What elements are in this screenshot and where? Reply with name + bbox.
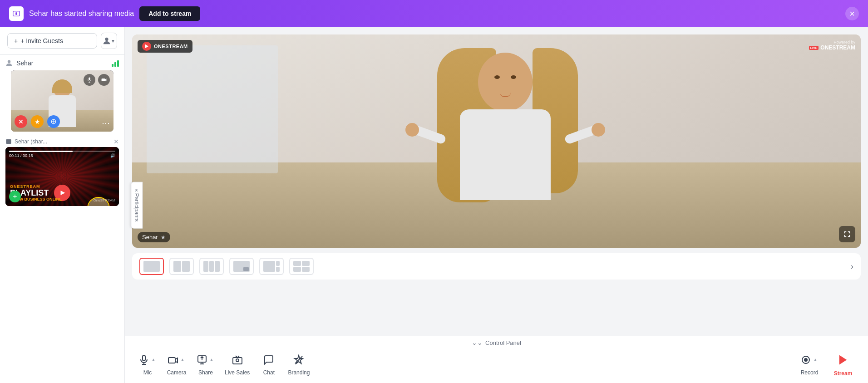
hand-right [592,123,605,137]
svg-rect-12 [143,355,145,361]
notification-message: Sehar has started sharing media [29,10,134,18]
layout-side-option[interactable] [259,258,284,275]
main-video-scene [132,34,861,248]
playlist-watermark: OneSTREAM [94,198,115,202]
hair [52,79,72,93]
main-layout: + + Invite Guests ▼ [0,27,868,383]
eyes [494,75,516,79]
cursor-area [5,206,119,215]
branding-label: Branding [288,369,310,376]
more-options-button[interactable]: ⋯ [102,118,110,128]
media-icon [5,138,12,145]
logo-text: ONESTREAM [154,44,188,49]
control-panel-header[interactable]: ⌄⌄ Control Panel [125,336,868,349]
toolbar-branding[interactable]: Branding [284,353,313,378]
mic-status-icon [84,74,95,86]
split-left [173,261,181,272]
control-panel-label: Control Panel [485,339,521,346]
side-col [276,261,280,272]
layout-next-button[interactable]: › [851,262,853,271]
chevrons-icon: « [134,189,140,192]
hand-left [405,123,419,137]
svg-rect-1 [15,12,17,15]
toolbar-record[interactable]: ▲ Record [794,353,825,378]
right-area: ONESTREAM Powered by LIVE ONESTREAM Seha… [125,27,868,383]
powered-brand: ONESTREAM [820,44,855,51]
participants-tab-label: Participants [134,193,140,222]
participant-video-card: ⋯ [11,70,113,132]
notification-close-button[interactable]: × [845,7,859,20]
playlist-timer: 00:11 / 00:15 [9,153,33,158]
bar-1 [112,64,113,67]
layout-button[interactable] [47,115,60,128]
add-to-stream-circle[interactable]: + [9,191,21,202]
remove-button[interactable] [15,115,27,128]
speaker-name: Sehar [142,234,158,241]
toolbar-stream[interactable]: Stream [827,352,859,378]
bar-3 [117,60,119,67]
svg-point-2 [105,38,108,41]
fullscreen-button[interactable] [839,226,855,242]
layout-single-option[interactable] [139,258,164,275]
svg-point-17 [236,359,239,362]
layout-three-option[interactable] [199,258,224,275]
camera-arrow[interactable]: ▲ [179,354,186,366]
toolbar-camera[interactable]: ▲ Camera [163,353,190,378]
layout-multi-option[interactable] [289,258,314,275]
svg-point-3 [8,60,10,63]
media-close-button[interactable]: ✕ [113,138,119,145]
invite-guests-button[interactable]: + + Invite Guests [7,33,97,49]
playlist-progress-bar [9,151,115,152]
media-item-header: Sehar (shar... ✕ [5,138,119,145]
chat-icon [263,354,274,368]
center-content: ONESTREAM Powered by LIVE ONESTREAM Seha… [125,27,868,336]
media-item: Sehar (shar... ✕ 00:11 / 00:15 🔊 [5,138,119,215]
svg-point-20 [804,358,807,361]
participant-section: Sehar [0,55,124,134]
layout-split-icon [173,261,190,272]
participant-name: Sehar [16,59,33,67]
side-main [263,261,275,272]
share-arrow[interactable]: ▲ [208,354,215,366]
record-icon [800,354,811,368]
toolbar-live-sales[interactable]: Live Sales [221,353,253,378]
sweater [460,109,551,200]
chat-label: Chat [263,369,275,376]
camera-label: Camera [167,369,187,376]
three-2 [209,261,214,272]
record-arrow[interactable]: ▲ [812,354,819,366]
svg-rect-4 [89,78,90,80]
stream-label: Stream [834,370,853,377]
window [147,45,278,173]
bar-2 [114,62,116,67]
cell-3 [293,267,301,272]
mic-icon [138,354,149,368]
mic-label: Mic [143,369,152,376]
layout-pip-option[interactable] [229,258,254,275]
notification-banner: Sehar has started sharing media Add to s… [0,0,868,27]
layout-split-option[interactable] [169,258,194,275]
toolbar-share[interactable]: ▲ Share [192,353,219,378]
video-action-overlay [15,115,60,128]
main-person [419,48,592,248]
speaker-star-button[interactable]: ★ [161,234,166,241]
notification-media-icon [9,6,24,21]
toolbar-mic[interactable]: ▲ Mic [134,353,161,378]
powered-logo: LIVE ONESTREAM [809,44,855,51]
camera-icon [168,354,178,368]
participants-tab[interactable]: « Participants [131,182,143,229]
participant-label: Sehar [5,59,119,67]
invite-label: + Invite Guests [20,37,63,44]
mic-arrow[interactable]: ▲ [150,354,157,366]
layout-selector: › [132,253,861,280]
user-menu-button[interactable]: ▼ [101,33,117,49]
add-to-stream-button[interactable]: Add to stream [139,6,200,21]
sidebar-wrapper: + + Invite Guests ▼ [0,27,125,383]
toolbar-chat[interactable]: Chat [255,353,282,378]
playlist-progress-fill [9,151,73,152]
onestream-logo: ONESTREAM [138,40,192,53]
side-small-1 [276,261,280,266]
live-badge: LIVE [809,46,819,50]
star-button[interactable] [31,115,44,128]
playlist-title: PLAYLIST [10,189,114,197]
